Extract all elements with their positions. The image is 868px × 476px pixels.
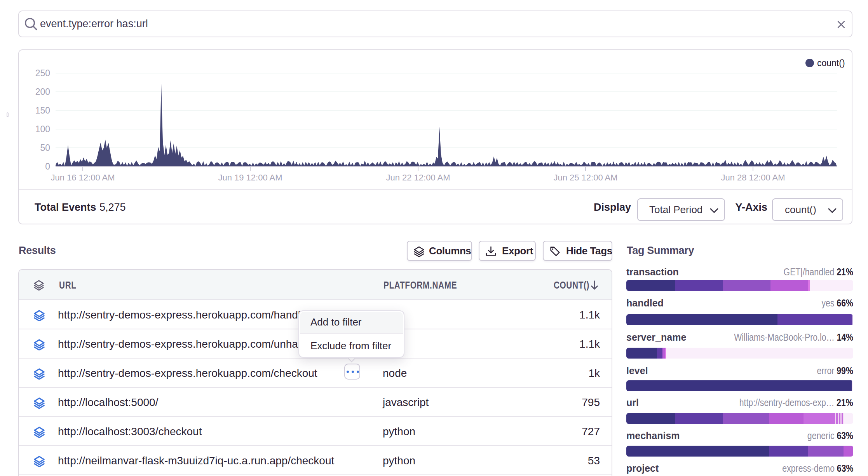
- svg-text:Jun 19 12:00 AM: Jun 19 12:00 AM: [218, 173, 282, 182]
- svg-text:100: 100: [35, 124, 50, 134]
- svg-text:150: 150: [35, 105, 50, 116]
- svg-text:200: 200: [35, 87, 50, 97]
- svg-text:Jun 22 12:00 AM: Jun 22 12:00 AM: [386, 173, 450, 182]
- svg-text:Jun 28 12:00 AM: Jun 28 12:00 AM: [721, 173, 785, 182]
- svg-text:0: 0: [45, 161, 50, 172]
- svg-text:Jun 16 12:00 AM: Jun 16 12:00 AM: [51, 173, 115, 182]
- svg-text:50: 50: [40, 143, 50, 153]
- svg-text:Jun 25 12:00 AM: Jun 25 12:00 AM: [553, 173, 617, 182]
- svg-text:250: 250: [35, 68, 50, 78]
- svg-text:count(): count(): [817, 58, 845, 68]
